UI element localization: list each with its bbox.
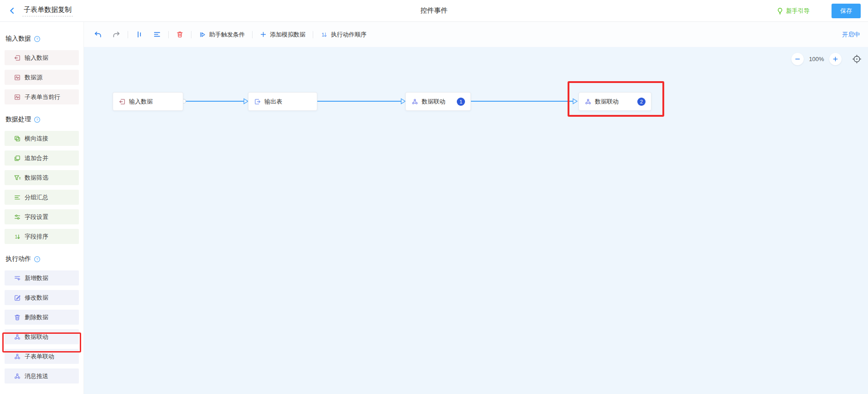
help-circle-icon[interactable]: ? xyxy=(34,256,41,263)
sidebar-section-processing: 数据处理 ? 横向连接 xyxy=(5,115,83,244)
delete-data-icon xyxy=(14,314,21,321)
section-title-label: 输入数据 xyxy=(5,35,31,43)
header: 子表单数据复制 控件事件 新手引导 保存 xyxy=(0,0,868,22)
sidebar-item-delete-data[interactable]: 删除数据 xyxy=(5,310,79,325)
align-vertical-button[interactable] xyxy=(134,29,144,40)
node-order-badge: 1 xyxy=(457,98,465,106)
guide-label: 新手引导 xyxy=(786,7,810,15)
sidebar-item-input-data[interactable]: 输入数据 xyxy=(5,50,79,65)
delete-node-button[interactable] xyxy=(175,29,185,40)
toolbar-separator xyxy=(252,31,253,38)
zoom-out-button[interactable] xyxy=(791,53,804,65)
zoom-controls: 100% xyxy=(791,53,862,65)
chevron-left-icon xyxy=(8,7,16,15)
section-title-label: 执行动作 xyxy=(5,255,31,263)
locate-center-button[interactable] xyxy=(852,54,862,64)
svg-text:?: ? xyxy=(36,257,38,261)
field-settings-icon xyxy=(14,213,21,221)
help-circle-icon[interactable]: ? xyxy=(34,116,41,123)
save-button[interactable]: 保存 xyxy=(832,4,861,18)
help-circle-icon[interactable]: ? xyxy=(34,36,41,42)
toolbar-separator xyxy=(191,31,191,38)
sidebar-item-label: 子表单当前行 xyxy=(25,93,60,101)
sidebar-item-label: 数据筛选 xyxy=(25,174,48,182)
subform-linkage-icon xyxy=(14,353,21,360)
svg-text:?: ? xyxy=(36,37,38,41)
sidebar-item-label: 分组汇总 xyxy=(25,193,48,202)
section-title-processing: 数据处理 ? xyxy=(5,115,83,124)
subform-row-icon xyxy=(14,93,21,101)
workflow-editor: 子表单数据复制 控件事件 新手引导 保存 输入数据 ? xyxy=(0,0,868,394)
align-horizontal-button[interactable] xyxy=(152,29,162,40)
sidebar-item-subform-row[interactable]: 子表单当前行 xyxy=(5,89,79,104)
action-order-button[interactable]: 1 执行动作顺序 xyxy=(320,29,367,41)
toolbar-separator xyxy=(313,31,313,38)
section-title-label: 数据处理 xyxy=(5,115,31,124)
sidebar-item-group-summary[interactable]: 分组汇总 xyxy=(5,190,79,205)
status-badge[interactable]: 开启中 xyxy=(842,31,860,39)
trash-icon xyxy=(176,31,184,38)
add-mock-data-button[interactable]: 添加模拟数据 xyxy=(259,29,306,41)
sidebar-item-field-sort[interactable]: 1 字段排序 xyxy=(5,229,79,244)
connector-lines xyxy=(84,47,864,156)
beginner-guide-button[interactable]: 新手引导 xyxy=(776,7,810,15)
sidebar-item-data-linkage[interactable]: 数据联动 xyxy=(5,329,79,344)
sort-numeric-icon: 1 xyxy=(320,31,328,38)
group-summary-icon xyxy=(14,194,21,201)
sidebar-item-label: 横向连接 xyxy=(25,135,48,143)
sidebar-item-label: 数据源 xyxy=(25,73,42,82)
sidebar-item-label: 字段排序 xyxy=(25,233,48,241)
sidebar-item-subform-linkage[interactable]: 子表单联动 xyxy=(5,349,79,364)
data-source-icon xyxy=(14,74,21,81)
trigger-condition-button[interactable]: 助手触发条件 xyxy=(198,29,246,41)
sidebar-item-label: 新增数据 xyxy=(25,274,48,282)
sidebar-item-add-data[interactable]: 新增数据 xyxy=(5,270,79,285)
plus-icon xyxy=(260,31,267,38)
svg-text:?: ? xyxy=(36,118,38,122)
flow-node-output-table[interactable]: 输出表 xyxy=(248,92,317,111)
sidebar-section-input: 输入数据 ? 输入数据 xyxy=(5,35,83,104)
main-area: 助手触发条件 添加模拟数据 1 xyxy=(84,22,868,394)
node-label: 输入数据 xyxy=(129,98,153,106)
sidebar-item-append-merge[interactable]: 追加合并 xyxy=(5,150,79,166)
svg-text:1: 1 xyxy=(321,31,324,37)
sidebar-item-horizontal-join[interactable]: 横向连接 xyxy=(5,131,79,146)
sidebar-item-data-filter[interactable]: 数据筛选 xyxy=(5,170,79,185)
play-icon xyxy=(199,31,206,38)
minus-icon xyxy=(795,56,801,62)
sidebar-item-label: 追加合并 xyxy=(25,154,48,162)
sidebar-item-label: 子表单联动 xyxy=(25,353,54,361)
sidebar-item-label: 输入数据 xyxy=(25,54,48,62)
sidebar-item-message-push[interactable]: 消息推送 xyxy=(5,368,79,384)
data-linkage-icon xyxy=(14,333,21,341)
flow-canvas[interactable]: 100% xyxy=(84,47,868,394)
append-merge-icon xyxy=(14,155,21,162)
flow-node-data-linkage-2[interactable]: 数据联动 2 xyxy=(579,92,651,111)
sidebar-item-label: 修改数据 xyxy=(25,294,48,302)
data-linkage-icon xyxy=(411,98,418,105)
lightbulb-icon xyxy=(776,7,784,15)
flow-title[interactable]: 子表单数据复制 xyxy=(22,5,73,16)
sidebar-item-field-settings[interactable]: 字段设置 xyxy=(5,209,79,224)
flow-node-data-linkage-1[interactable]: 数据联动 1 xyxy=(405,92,471,111)
zoom-level: 100% xyxy=(809,56,824,62)
undo-button[interactable] xyxy=(93,29,103,41)
redo-icon xyxy=(112,31,120,39)
input-data-icon xyxy=(119,98,126,105)
plus-icon xyxy=(832,56,838,62)
crosshair-icon xyxy=(852,54,862,64)
input-data-icon xyxy=(14,54,21,62)
flow-node-input-data[interactable]: 输入数据 xyxy=(113,92,183,111)
zoom-in-button[interactable] xyxy=(829,53,842,65)
horizontal-join-icon xyxy=(14,135,21,142)
back-button[interactable] xyxy=(6,5,18,16)
toolbar-separator xyxy=(168,31,169,38)
add-data-icon xyxy=(14,275,21,282)
sidebar-section-actions: 执行动作 ? 新增数据 xyxy=(5,255,83,384)
sidebar-item-data-source[interactable]: 数据源 xyxy=(5,70,79,85)
sidebar-item-edit-data[interactable]: 修改数据 xyxy=(5,290,79,305)
filter-icon xyxy=(14,174,21,181)
sidebar-item-label: 消息推送 xyxy=(25,372,48,380)
node-label: 数据联动 xyxy=(422,98,445,106)
redo-button[interactable] xyxy=(111,29,121,41)
